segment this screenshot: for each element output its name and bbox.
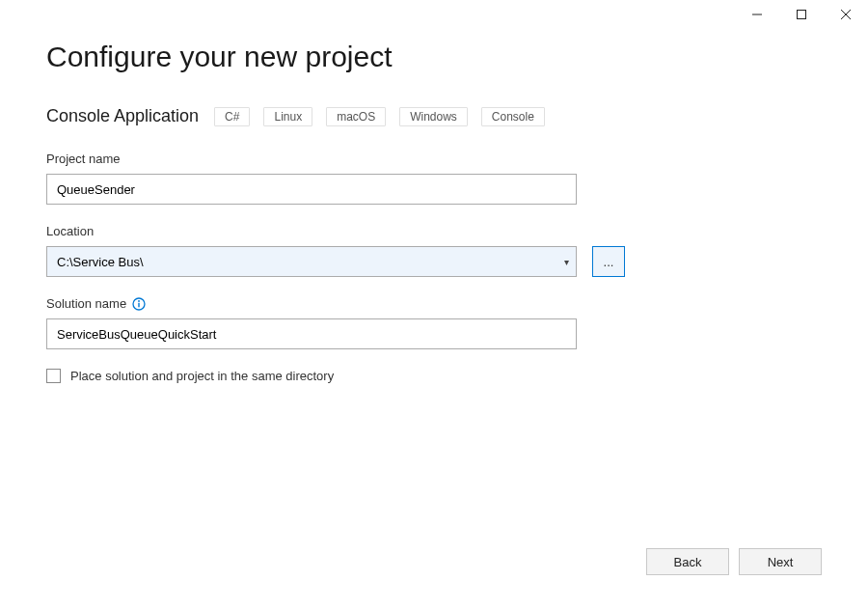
close-icon — [841, 10, 851, 19]
template-name: Console Application — [46, 106, 199, 126]
back-button[interactable]: Back — [646, 548, 729, 575]
window-maximize-button[interactable] — [779, 0, 824, 29]
tag-macos: macOS — [326, 107, 386, 126]
svg-point-5 — [138, 300, 140, 302]
location-input[interactable] — [46, 246, 577, 277]
same-directory-checkbox[interactable] — [46, 369, 61, 383]
project-name-label: Project name — [46, 152, 822, 166]
maximize-icon — [797, 10, 806, 19]
tag-linux: Linux — [263, 107, 312, 126]
tag-csharp: C# — [214, 107, 250, 126]
svg-rect-6 — [138, 302, 139, 307]
same-directory-label: Place solution and project in the same d… — [70, 369, 334, 383]
tag-windows: Windows — [399, 107, 468, 126]
solution-name-label: Solution name — [46, 296, 126, 311]
project-name-input[interactable] — [46, 174, 577, 205]
solution-name-input[interactable] — [46, 318, 577, 349]
next-button[interactable]: Next — [739, 548, 822, 575]
minimize-icon — [752, 10, 762, 19]
info-icon[interactable] — [132, 297, 146, 311]
page-title: Configure your new project — [46, 41, 822, 73]
svg-rect-1 — [798, 11, 806, 19]
tag-console: Console — [481, 107, 545, 126]
location-label: Location — [46, 224, 822, 238]
window-close-button[interactable] — [824, 0, 868, 29]
browse-location-button[interactable]: ... — [592, 246, 625, 277]
window-minimize-button[interactable] — [735, 0, 779, 29]
template-info-row: Console Application C# Linux macOS Windo… — [46, 106, 822, 126]
